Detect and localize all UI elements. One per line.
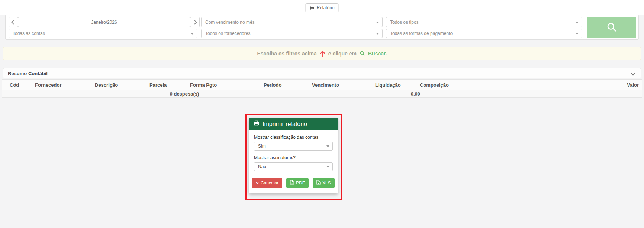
next-month-button[interactable] [190,17,200,27]
modal-title: Imprimir relatório [263,121,307,128]
payment-filter-value: Todas as formas de pagamento [390,31,453,36]
signatures-select[interactable]: Não [254,162,333,171]
filter-card: Janeiro/2026 Com vencimento no mês Todos… [5,15,639,40]
notice-bar: Escolha os filtros acima e clique em Bus… [3,47,641,60]
column-header-composicao: Composição [420,82,449,88]
previous-month-button[interactable] [9,17,18,27]
signatures-value: Não [258,164,266,169]
printer-icon [309,6,314,10]
type-filter-value: Todos os tipos [390,20,419,25]
select-caret-icon [576,33,579,35]
due-date-filter-select[interactable]: Com vencimento no mês [201,17,383,27]
up-arrow-icon [320,50,325,57]
summary-title: Resumo Contábil [8,71,48,76]
select-caret-icon [376,22,379,23]
notice-text-1: Escolha os filtros acima [257,51,316,57]
column-header-periodo: Período [264,82,281,88]
column-header-valor: Valor [627,82,639,88]
top-bar: Relatório [0,0,644,15]
period-value: Janeiro/2026 [91,20,117,25]
select-caret-icon [376,33,379,35]
close-icon: × [256,181,259,186]
modal-button-row: × Cancelar PDF XLS [254,178,333,188]
xls-button[interactable]: XLS [313,178,335,188]
chevron-down-icon[interactable] [631,71,635,76]
select-caret-icon [326,145,329,147]
classification-select[interactable]: Sim [254,142,333,151]
column-header-descricao: Descrição [95,82,118,88]
search-button[interactable] [587,17,636,38]
column-header-liquidacao: Liquidação [375,82,401,88]
modal-header: Imprimir relatório [249,118,338,130]
suppliers-filter-select[interactable]: Todos os fornecedores [201,29,383,38]
column-header-vencimento: Vencimento [312,82,339,88]
notice-text-2: e clique em [328,51,357,57]
pdf-file-icon [290,180,294,186]
xls-file-icon [316,180,321,186]
page: { "toolbar": { "report_button": "Relatór… [0,0,644,228]
chevron-left-icon [11,20,15,24]
due-date-filter-value: Com vencimento no mês [205,20,255,25]
classification-label: Mostrar classificação das contas [254,135,333,140]
period-input[interactable]: Janeiro/2026 [18,17,190,27]
pdf-button[interactable]: PDF [286,178,309,188]
accounts-filter-value: Todas as contas [13,31,45,36]
column-header-fornecedor: Fornecedor [35,82,62,88]
modal-body: Mostrar classificação das contas Sim Mos… [249,130,338,193]
select-caret-icon [576,22,579,23]
cancel-button-label: Cancelar [261,180,278,186]
column-header-cod: Cód [10,82,19,88]
column-header-forma-pgto: Forma Pgto [190,82,217,88]
cancel-button[interactable]: × Cancelar [252,178,282,188]
chevron-right-icon [193,20,197,24]
table-totals-row: 0 despesa(s) 0,00 [2,90,642,98]
signatures-label: Mostrar assinaturas? [254,155,333,160]
table-header-row: Cód Fornecedor Descrição Parcela Forma P… [2,79,642,90]
total-value: 0,00 [383,91,420,97]
expense-count: 0 despesa(s) [162,91,207,97]
report-button[interactable]: Relatório [305,3,338,12]
report-button-label: Relatório [316,5,334,10]
search-icon-small [360,51,365,56]
print-report-modal: Imprimir relatório Mostrar classificação… [249,118,338,193]
xls-button-label: XLS [322,180,331,186]
payment-filter-select[interactable]: Todas as formas de pagamento [386,29,582,38]
column-header-parcela: Parcela [149,82,167,88]
search-icon [606,22,617,34]
summary-section-bar[interactable]: Resumo Contábil [3,68,641,78]
pdf-button-label: PDF [296,180,305,186]
printer-icon [253,120,260,128]
suppliers-filter-value: Todos os fornecedores [205,31,250,36]
select-caret-icon [326,166,329,168]
classification-value: Sim [258,144,266,149]
type-filter-select[interactable]: Todos os tipos [386,17,582,27]
buscar-label: Buscar. [368,51,387,57]
accounts-filter-select[interactable]: Todas as contas [9,29,197,38]
select-caret-icon [191,33,194,35]
